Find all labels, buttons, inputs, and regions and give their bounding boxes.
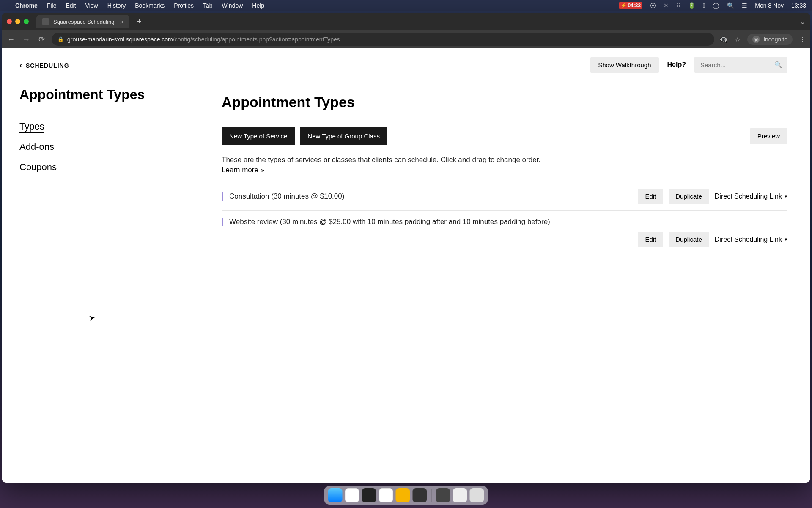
menubar-time[interactable]: 13:33 bbox=[791, 2, 806, 9]
macos-dock bbox=[324, 486, 488, 505]
back-button[interactable]: ← bbox=[6, 35, 16, 44]
dock-app-notes[interactable] bbox=[379, 488, 393, 502]
dock-app-8[interactable] bbox=[453, 488, 467, 502]
status-icon-2[interactable]: ✕ bbox=[664, 2, 669, 9]
dock-app-5[interactable] bbox=[396, 488, 410, 502]
learn-more-link[interactable]: Learn more » bbox=[222, 166, 264, 174]
address-bar[interactable]: 🔒 grouse-mandarin-sxnl.squarespace.com/c… bbox=[52, 33, 714, 46]
duplicate-button[interactable]: Duplicate bbox=[669, 189, 709, 204]
chrome-menu-icon[interactable]: ⋮ bbox=[799, 36, 806, 44]
screentime-icon[interactable]: ⚡04:33 bbox=[619, 2, 642, 9]
new-type-of-group-class-button[interactable]: New Type of Group Class bbox=[300, 127, 387, 145]
preview-button[interactable]: Preview bbox=[750, 128, 787, 144]
dock-app-finder[interactable] bbox=[328, 488, 343, 502]
action-row: New Type of Service New Type of Group Cl… bbox=[222, 127, 787, 145]
menu-view[interactable]: View bbox=[85, 2, 98, 9]
control-center-icon[interactable]: ☰ bbox=[742, 2, 747, 9]
close-tab-icon[interactable]: × bbox=[120, 18, 123, 25]
tabs-dropdown-icon[interactable]: ⌄ bbox=[800, 18, 805, 26]
sidebar-item-addons[interactable]: Add-ons bbox=[19, 141, 174, 152]
show-walkthrough-button[interactable]: Show Walkthrough bbox=[590, 57, 658, 73]
reload-button[interactable]: ⟳ bbox=[36, 35, 47, 44]
url-domain: grouse-mandarin-sxnl.squarespace.com bbox=[67, 36, 173, 43]
type-color-indicator bbox=[222, 218, 223, 226]
chevron-down-icon: ▾ bbox=[785, 193, 787, 199]
chevron-left-icon: ‹ bbox=[19, 61, 22, 70]
url-path: /config/scheduling/appointments.php?acti… bbox=[173, 36, 340, 43]
type-label: Website review (30 minutes @ $25.00 with… bbox=[229, 218, 787, 226]
close-window-button[interactable] bbox=[7, 19, 12, 24]
type-color-indicator bbox=[222, 192, 223, 201]
menu-tab[interactable]: Tab bbox=[203, 2, 213, 9]
favicon-icon bbox=[42, 18, 49, 25]
sidebar: ‹ SCHEDULING Appointment Types Types Add… bbox=[2, 48, 192, 483]
lock-icon: 🔒 bbox=[58, 36, 64, 42]
dock-app-6[interactable] bbox=[413, 488, 427, 502]
appointment-type-row[interactable]: Website review (30 minutes @ $25.00 with… bbox=[222, 211, 787, 254]
forward-button[interactable]: → bbox=[21, 35, 31, 44]
direct-scheduling-link-dropdown[interactable]: Direct Scheduling Link ▾ bbox=[715, 236, 787, 243]
new-type-of-service-button[interactable]: New Type of Service bbox=[222, 127, 295, 145]
battery-icon[interactable]: 🔋 bbox=[688, 2, 695, 9]
minimize-window-button[interactable] bbox=[15, 19, 20, 24]
status-icon-1[interactable]: ⦿ bbox=[650, 2, 656, 9]
edit-button[interactable]: Edit bbox=[638, 232, 663, 247]
menu-file[interactable]: File bbox=[47, 2, 57, 9]
wifi-icon[interactable]: 􀙇 bbox=[703, 2, 705, 9]
menu-help[interactable]: Help bbox=[252, 2, 264, 9]
menu-edit[interactable]: Edit bbox=[66, 2, 76, 9]
macos-menubar: Chrome File Edit View History Bookmarks … bbox=[0, 0, 812, 11]
browser-toolbar: ← → ⟳ 🔒 grouse-mandarin-sxnl.squarespace… bbox=[2, 30, 810, 48]
browser-tab[interactable]: Squarespace Scheduling × bbox=[36, 15, 129, 28]
dock-separator bbox=[431, 489, 432, 502]
top-bar: Show Walkthrough Help? 🔍 bbox=[222, 57, 787, 73]
tab-title: Squarespace Scheduling bbox=[53, 19, 115, 25]
main-content: Show Walkthrough Help? 🔍 Appointment Typ… bbox=[192, 48, 810, 483]
incognito-badge[interactable]: ◉ Incognito bbox=[747, 34, 793, 45]
menubar-date[interactable]: Mon 8 Nov bbox=[755, 2, 784, 9]
dock-app-terminal[interactable] bbox=[362, 488, 376, 502]
dock-app-chrome[interactable] bbox=[345, 488, 359, 502]
edit-button[interactable]: Edit bbox=[638, 189, 663, 204]
dock-app-7[interactable] bbox=[436, 488, 450, 502]
search-field-wrapper: 🔍 bbox=[694, 57, 787, 73]
new-tab-button[interactable]: + bbox=[134, 17, 145, 26]
chrome-window: Squarespace Scheduling × + ⌄ ← → ⟳ 🔒 gro… bbox=[2, 13, 810, 483]
user-icon[interactable]: ◯ bbox=[713, 2, 719, 9]
search-input[interactable] bbox=[700, 61, 782, 69]
search-icon[interactable]: 🔍 bbox=[774, 61, 782, 69]
back-label: SCHEDULING bbox=[26, 62, 69, 69]
page-viewport: ‹ SCHEDULING Appointment Types Types Add… bbox=[2, 48, 810, 483]
eye-off-icon[interactable]: 👁‍🗨 bbox=[719, 36, 728, 44]
dock-app-trash[interactable] bbox=[470, 488, 484, 502]
incognito-icon: ◉ bbox=[752, 36, 760, 43]
sidebar-nav: Types Add-ons Coupons bbox=[19, 121, 174, 173]
type-label: Consultation (30 minutes @ $10.00) bbox=[229, 192, 632, 201]
description-text: These are the types of services or class… bbox=[222, 156, 787, 164]
tab-strip: Squarespace Scheduling × + ⌄ bbox=[2, 13, 810, 30]
menu-window[interactable]: Window bbox=[222, 2, 243, 9]
chevron-down-icon: ▾ bbox=[785, 236, 787, 243]
sidebar-item-coupons[interactable]: Coupons bbox=[19, 162, 174, 173]
page-title: Appointment Types bbox=[222, 94, 787, 110]
status-icon-3[interactable]: ⠿ bbox=[676, 2, 680, 9]
maximize-window-button[interactable] bbox=[24, 19, 29, 24]
appointment-type-row[interactable]: Consultation (30 minutes @ $10.00) Edit … bbox=[222, 182, 787, 211]
menu-profiles[interactable]: Profiles bbox=[174, 2, 194, 9]
menu-history[interactable]: History bbox=[107, 2, 126, 9]
sidebar-title: Appointment Types bbox=[19, 87, 174, 102]
spotlight-icon[interactable]: 🔍 bbox=[727, 2, 734, 9]
appointment-types-list: Consultation (30 minutes @ $10.00) Edit … bbox=[222, 182, 787, 254]
app-name[interactable]: Chrome bbox=[15, 2, 38, 9]
menu-bookmarks[interactable]: Bookmarks bbox=[135, 2, 165, 9]
direct-scheduling-link-dropdown[interactable]: Direct Scheduling Link ▾ bbox=[715, 193, 787, 200]
bookmark-star-icon[interactable]: ☆ bbox=[735, 36, 741, 44]
window-controls bbox=[7, 19, 29, 24]
help-link[interactable]: Help? bbox=[667, 61, 686, 69]
sidebar-item-types[interactable]: Types bbox=[19, 121, 174, 132]
duplicate-button[interactable]: Duplicate bbox=[669, 232, 709, 247]
back-to-scheduling[interactable]: ‹ SCHEDULING bbox=[19, 61, 174, 70]
